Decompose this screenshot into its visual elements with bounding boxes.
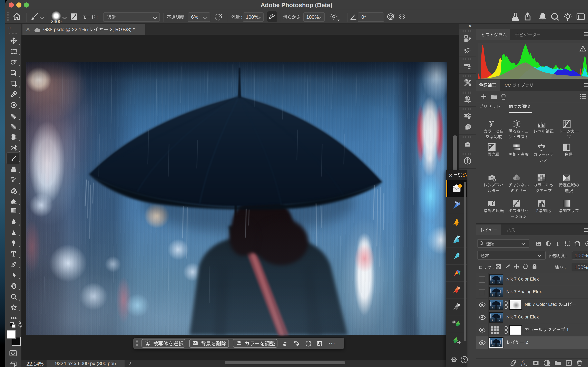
svg-text:fx: fx bbox=[521, 360, 526, 366]
